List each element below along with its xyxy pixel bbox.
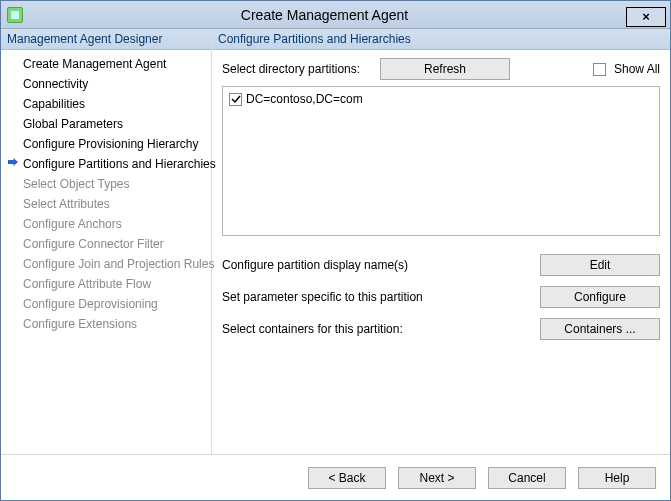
sidebar-item-label: Configure Partitions and Hierarchies	[23, 157, 216, 171]
partition-options: Configure partition display name(s)EditS…	[222, 254, 660, 340]
sidebar-item[interactable]: Configure Provisioning Hierarchy	[3, 134, 209, 154]
sidebar-list: Create Management AgentConnectivityCapab…	[1, 54, 211, 334]
option-button[interactable]: Containers ...	[540, 318, 660, 340]
sidebar-item[interactable]: Configure Join and Projection Rules	[3, 254, 209, 274]
sidebar-item-label: Connectivity	[23, 77, 88, 91]
select-partitions-label: Select directory partitions:	[222, 62, 372, 76]
back-button[interactable]: < Back	[308, 467, 386, 489]
showall-checkbox[interactable]	[593, 63, 606, 76]
main-panel: Configure Partitions and Hierarchies Sel…	[212, 29, 670, 454]
sidebar: Management Agent Designer Create Managem…	[1, 29, 212, 454]
option-row: Set parameter specific to this partition…	[222, 286, 660, 308]
showall-label: Show All	[614, 62, 660, 76]
sidebar-item-label: Configure Anchors	[23, 217, 122, 231]
sidebar-item-label: Select Attributes	[23, 197, 110, 211]
sidebar-item[interactable]: Select Attributes	[3, 194, 209, 214]
sidebar-item-label: Configure Provisioning Hierarchy	[23, 137, 198, 151]
close-button[interactable]: ×	[626, 7, 666, 27]
sidebar-item-label: Configure Extensions	[23, 317, 137, 331]
panel-header: Configure Partitions and Hierarchies	[212, 29, 670, 50]
sidebar-item[interactable]: Global Parameters	[3, 114, 209, 134]
app-icon	[7, 7, 23, 23]
wizard-footer: < Back Next > Cancel Help	[1, 454, 670, 500]
sidebar-item[interactable]: Configure Partitions and Hierarchies	[3, 154, 209, 174]
showall-option[interactable]: Show All	[593, 62, 660, 76]
check-icon	[231, 94, 241, 104]
cancel-button[interactable]: Cancel	[488, 467, 566, 489]
sidebar-item-label: Create Management Agent	[23, 57, 166, 71]
help-button[interactable]: Help	[578, 467, 656, 489]
sidebar-item[interactable]: Select Object Types	[3, 174, 209, 194]
option-row: Select containers for this partition:Con…	[222, 318, 660, 340]
sidebar-item-label: Global Parameters	[23, 117, 123, 131]
panel-body: Select directory partitions: Refresh Sho…	[212, 50, 670, 454]
sidebar-header: Management Agent Designer	[1, 29, 211, 50]
sidebar-item[interactable]: Configure Deprovisioning	[3, 294, 209, 314]
sidebar-item[interactable]: Configure Attribute Flow	[3, 274, 209, 294]
sidebar-item-label: Configure Attribute Flow	[23, 277, 151, 291]
option-button[interactable]: Configure	[540, 286, 660, 308]
sidebar-item[interactable]: Configure Anchors	[3, 214, 209, 234]
close-icon: ×	[642, 9, 650, 24]
sidebar-item-label: Configure Join and Projection Rules	[23, 257, 214, 271]
titlebar: Create Management Agent ×	[1, 1, 670, 29]
window-title: Create Management Agent	[23, 7, 626, 23]
partition-label: DC=contoso,DC=com	[246, 92, 363, 106]
sidebar-item-label: Configure Connector Filter	[23, 237, 164, 251]
sidebar-item[interactable]: Capabilities	[3, 94, 209, 114]
partitions-listbox[interactable]: DC=contoso,DC=com	[222, 86, 660, 236]
next-button[interactable]: Next >	[398, 467, 476, 489]
sidebar-item-label: Select Object Types	[23, 177, 130, 191]
sidebar-item[interactable]: Connectivity	[3, 74, 209, 94]
content-area: Management Agent Designer Create Managem…	[1, 29, 670, 454]
option-row: Configure partition display name(s)Edit	[222, 254, 660, 276]
option-button[interactable]: Edit	[540, 254, 660, 276]
sidebar-item[interactable]: Configure Extensions	[3, 314, 209, 334]
option-label: Set parameter specific to this partition	[222, 290, 540, 304]
partition-row[interactable]: DC=contoso,DC=com	[229, 91, 653, 107]
option-label: Configure partition display name(s)	[222, 258, 540, 272]
option-label: Select containers for this partition:	[222, 322, 540, 336]
partition-checkbox[interactable]	[229, 93, 242, 106]
refresh-button[interactable]: Refresh	[380, 58, 510, 80]
sidebar-item-label: Configure Deprovisioning	[23, 297, 158, 311]
partitions-toolbar: Select directory partitions: Refresh Sho…	[222, 58, 660, 80]
sidebar-item-label: Capabilities	[23, 97, 85, 111]
sidebar-item[interactable]: Configure Connector Filter	[3, 234, 209, 254]
sidebar-item[interactable]: Create Management Agent	[3, 54, 209, 74]
